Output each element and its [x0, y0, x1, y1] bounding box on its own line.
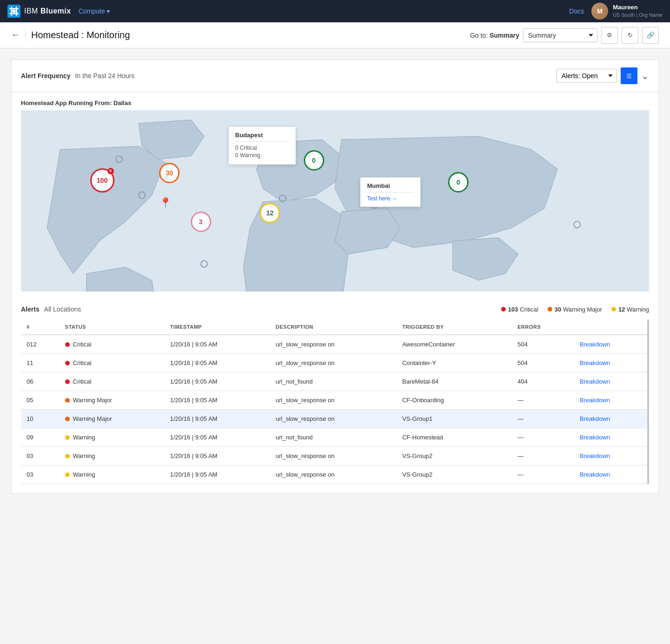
logo: IBM Bluemix [7, 5, 71, 18]
cell-status: Critical [60, 335, 165, 354]
map-bubble-30[interactable]: 30 [159, 163, 180, 183]
cell-status: Warning [60, 465, 165, 484]
cell-timestamp: 1/20/16 | 9:05 AM [164, 465, 270, 484]
user-name: Maureen [613, 3, 663, 12]
cell-triggered: CF-Homestead [396, 428, 512, 447]
col-status: STATUS [60, 319, 165, 335]
breakdown-link[interactable]: Breakdown [580, 341, 610, 348]
cell-triggered: Containter-Y [396, 354, 512, 372]
alert-card: Alert Frequency In the Past 24 Hours Ale… [11, 60, 659, 494]
cell-num: 11 [21, 354, 60, 372]
cell-errors: — [512, 447, 574, 465]
map-bubble-12[interactable]: 12 [260, 203, 280, 223]
test-here-link[interactable]: Test here → [367, 195, 414, 202]
list-icon: ☰ [626, 73, 632, 80]
status-label: Warning Major [73, 397, 112, 404]
cell-num: 06 [21, 372, 60, 391]
settings-button[interactable]: ⚙ [601, 27, 618, 44]
table-row[interactable]: 11 Critical 1/20/16 | 9:05 AM url_slow_r… [21, 354, 649, 372]
table-row[interactable]: 03 Warning 1/20/16 | 9:05 AM url_slow_re… [21, 447, 649, 465]
col-errors: ERRORS [512, 319, 574, 335]
cell-timestamp: 1/20/16 | 9:05 AM [164, 372, 270, 391]
goto-select[interactable]: Summary Dashboard Logs Alerts [523, 28, 597, 42]
map-bubble-3[interactable]: 3 [191, 212, 211, 232]
scrollbar[interactable] [647, 319, 649, 484]
table-container[interactable]: # STATUS TIMESTAMP DESCRIPTION TRIGGERED… [21, 319, 649, 484]
breakdown-link[interactable]: Breakdown [580, 415, 610, 422]
cell-timestamp: 1/20/16 | 9:05 AM [164, 447, 270, 465]
tooltip-title: Mumbai [367, 182, 414, 193]
cell-action[interactable]: Breakdown [574, 372, 649, 391]
breakdown-link[interactable]: Breakdown [580, 397, 610, 404]
cell-num: 05 [21, 391, 60, 410]
breakdown-link[interactable]: Breakdown [580, 434, 610, 441]
cell-action[interactable]: Breakdown [574, 335, 649, 354]
cell-num: 09 [21, 428, 60, 447]
cell-timestamp: 1/20/16 | 9:05 AM [164, 335, 270, 354]
cell-num: 10 [21, 410, 60, 428]
cell-errors: — [512, 428, 574, 447]
table-row[interactable]: 012 Critical 1/20/16 | 9:05 AM url_slow_… [21, 335, 649, 354]
alerts-open-select[interactable]: Alerts: Open Alerts: Closed Alerts: All [556, 69, 617, 83]
refresh-button[interactable]: ↻ [622, 27, 638, 44]
cell-triggered: VS-Group2 [396, 465, 512, 484]
breakdown-link[interactable]: Breakdown [580, 378, 610, 385]
table-row[interactable]: 06 Critical 1/20/16 | 9:05 AM url_not_fo… [21, 372, 649, 391]
user-org: US South | Org Name [613, 12, 663, 19]
user-info: M Maureen US South | Org Name [591, 3, 663, 20]
table-row[interactable]: 09 Warning 1/20/16 | 9:05 AM url_not_fou… [21, 428, 649, 447]
alert-freq-title: Alert Frequency In the Past 24 Hours [21, 72, 134, 80]
subheader-right: Go to: Summary Summary Dashboard Logs Al… [470, 27, 659, 44]
cell-action[interactable]: Breakdown [574, 447, 649, 465]
map-bubble-0-budapest[interactable]: 0 [304, 150, 324, 171]
cell-action[interactable]: Breakdown [574, 354, 649, 372]
subheader: ← Homestead : Monitoring Go to: Summary … [0, 22, 670, 48]
bubble-value: 0 [456, 179, 460, 186]
map-bubble-0-mumbai[interactable]: 0 [448, 172, 469, 193]
goto-label: Go to: Summary [470, 32, 519, 39]
map-bubble-100[interactable]: 100 ✕ [90, 168, 114, 193]
breakdown-link[interactable]: Breakdown [580, 452, 610, 459]
cell-action[interactable]: Breakdown [574, 465, 649, 484]
bubble-value: 0 [312, 157, 316, 164]
status-label: Critical [73, 359, 92, 366]
cell-triggered: CF-Onboarding [396, 391, 512, 410]
cell-status: Warning [60, 428, 165, 447]
status-dot [65, 361, 70, 365]
cell-action[interactable]: Breakdown [574, 391, 649, 410]
main-content: Alert Frequency In the Past 24 Hours Ale… [0, 48, 670, 505]
status-dot [65, 454, 70, 458]
legend-warning-major: 30 Warning Major [548, 306, 602, 313]
table-row[interactable]: 03 Warning 1/20/16 | 9:05 AM url_slow_re… [21, 465, 649, 484]
nav-right: Docs M Maureen US South | Org Name [569, 3, 663, 20]
link-button[interactable]: 🔗 [642, 27, 659, 44]
cell-status: Critical [60, 372, 165, 391]
avatar: M [591, 3, 608, 20]
table-row[interactable]: 05 Warning Major 1/20/16 | 9:05 AM url_s… [21, 391, 649, 410]
collapse-button[interactable]: ⌄ [641, 70, 649, 81]
docs-link[interactable]: Docs [569, 7, 584, 15]
tooltip-title: Budapest [235, 132, 289, 142]
bubble-value: 100 [97, 177, 107, 184]
compute-nav-link[interactable]: Compute ▾ [79, 7, 110, 15]
cell-triggered: AwesomeContainer [396, 335, 512, 354]
back-button[interactable]: ← [11, 30, 20, 40]
alerts-table: # STATUS TIMESTAMP DESCRIPTION TRIGGERED… [21, 319, 649, 484]
list-view-button[interactable]: ☰ [621, 67, 637, 84]
table-header: # STATUS TIMESTAMP DESCRIPTION TRIGGERED… [21, 319, 649, 335]
alerts-label: Alerts All Locations [21, 305, 81, 313]
cell-timestamp: 1/20/16 | 9:05 AM [164, 354, 270, 372]
breakdown-link[interactable]: Breakdown [580, 359, 610, 366]
cell-errors: — [512, 391, 574, 410]
cell-status: Warning [60, 447, 165, 465]
cell-action[interactable]: Breakdown [574, 428, 649, 447]
table-row[interactable]: 10 Warning Major 1/20/16 | 9:05 AM url_s… [21, 410, 649, 428]
cell-num: 03 [21, 465, 60, 484]
legend: 103 Critical 30 Warning Major 12 Warning [501, 306, 649, 313]
col-action [574, 319, 649, 335]
breakdown-link[interactable]: Breakdown [580, 471, 610, 478]
col-triggered: TRIGGERED BY [396, 319, 512, 335]
status-dot [65, 472, 70, 477]
cell-action[interactable]: Breakdown [574, 410, 649, 428]
alert-card-header: Alert Frequency In the Past 24 Hours Ale… [12, 60, 658, 92]
